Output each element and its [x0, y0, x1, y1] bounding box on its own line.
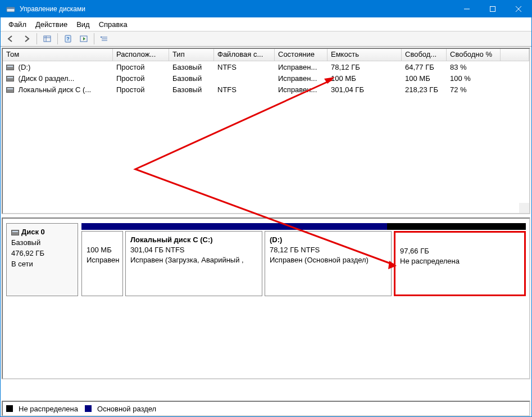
disk-name: Диск 0: [21, 228, 45, 236]
disk-bar-segment: [81, 223, 123, 230]
legend-swatch-primary: [85, 405, 92, 412]
disk-type: Базовый: [11, 238, 73, 248]
partition-size: 78,12 ГБ NTFS: [270, 245, 387, 255]
app-icon: [5, 3, 16, 15]
disk-icon: [11, 230, 19, 235]
volume-capacity: 301,04 ГБ: [328, 85, 402, 94]
legend-unallocated: Не распределена: [19, 405, 78, 413]
legend-primary: Основной раздел: [97, 405, 156, 413]
disk-bar-segment: [123, 223, 260, 230]
col-state[interactable]: Состояние: [275, 49, 328, 61]
menu-view[interactable]: Вид: [72, 19, 94, 30]
disk-map: 100 МБИсправенЛокальный диск C (C:)301,0…: [81, 223, 526, 296]
refresh-button[interactable]: [77, 33, 90, 45]
col-spacer: [501, 49, 529, 61]
disk-info[interactable]: Диск 0 Базовый 476,92 ГБ В сети: [6, 223, 78, 296]
partition[interactable]: 100 МБИсправен: [81, 231, 123, 296]
volume-capacity: 78,12 ГБ: [328, 62, 402, 72]
volume-fs: NTFS: [214, 85, 275, 94]
toolbar-separator: [57, 33, 58, 44]
col-volume[interactable]: Том: [3, 49, 113, 61]
partition-title: Локальный диск C (C:): [130, 235, 257, 245]
legend: Не распределена Основной раздел: [2, 401, 530, 416]
col-capacity[interactable]: Емкость: [328, 49, 402, 61]
partition-state: Не распределена: [400, 256, 520, 266]
volume-fs: NTFS: [214, 62, 275, 72]
volume-name: (D:): [16, 63, 30, 71]
details-view-button[interactable]: [40, 33, 54, 45]
volume-list-header: Том Располож... Тип Файловая с... Состоя…: [3, 49, 529, 61]
forward-button[interactable]: [20, 33, 33, 45]
menu-action[interactable]: Действие: [31, 19, 72, 30]
disk-map-pane[interactable]: Диск 0 Базовый 476,92 ГБ В сети 100 МБИс…: [2, 217, 530, 379]
volume-row[interactable]: (Диск 0 раздел...ПростойБазовыйИсправен.…: [3, 72, 529, 84]
svg-rect-1: [7, 7, 15, 9]
toolbar-separator: [94, 33, 94, 44]
volume-free: 64,77 ГБ: [402, 62, 447, 72]
volume-layout: Простой: [113, 74, 169, 83]
partition-size: 100 МБ: [87, 245, 118, 255]
window-title: Управление дисками: [20, 5, 454, 13]
list-options-button[interactable]: [98, 33, 111, 45]
close-button[interactable]: [506, 1, 531, 17]
maximize-button[interactable]: [480, 1, 506, 17]
svg-rect-16: [101, 37, 102, 38]
svg-rect-3: [490, 7, 495, 12]
col-free[interactable]: Свобод...: [402, 49, 447, 61]
menu-file[interactable]: Файл: [4, 19, 31, 30]
volume-name: (Диск 0 раздел...: [16, 74, 74, 83]
titlebar: Управление дисками: [1, 1, 531, 17]
svg-text:?: ?: [66, 36, 70, 42]
toolbar: ?: [1, 31, 531, 47]
disk-bar-segment: [387, 223, 526, 230]
partition-state: Исправен: [87, 255, 118, 265]
svg-marker-12: [83, 37, 85, 40]
volume-layout: Простой: [113, 85, 169, 94]
volume-capacity: 100 МБ: [328, 74, 402, 83]
partition-state: Исправен (Основной раздел): [270, 255, 387, 265]
legend-swatch-unallocated: [6, 405, 13, 412]
volume-free-pct: 83 %: [447, 62, 501, 72]
volume-type: Базовый: [169, 74, 214, 83]
volume-free-pct: 100 %: [447, 74, 501, 83]
toolbar-separator: [37, 33, 37, 44]
window-controls: [454, 1, 531, 17]
col-free-pct[interactable]: Свободно %: [447, 49, 501, 61]
volume-state: Исправен...: [275, 74, 328, 83]
col-fs[interactable]: Файловая с...: [214, 49, 275, 61]
volume-icon: [6, 87, 14, 93]
menubar: Файл Действие Вид Справка: [1, 17, 531, 31]
help-button[interactable]: ?: [61, 33, 75, 45]
volume-icon: [6, 65, 14, 70]
disk-status: В сети: [11, 259, 73, 270]
volume-name: Локальный диск C (...: [16, 85, 91, 94]
disk-bar-segment: [260, 223, 387, 230]
volume-free: 100 МБ: [402, 74, 447, 83]
volume-type: Базовый: [169, 62, 214, 72]
volume-layout: Простой: [113, 62, 169, 72]
volume-icon: [6, 76, 14, 81]
partition-size: 301,04 ГБ NTFS: [130, 245, 257, 255]
volume-state: Исправен...: [275, 62, 328, 72]
volume-row[interactable]: Локальный диск C (...ПростойБазовыйNTFSИ…: [3, 84, 529, 95]
partition-title: (D:): [270, 235, 387, 245]
scroll-corner: [519, 203, 529, 213]
col-type[interactable]: Тип: [169, 49, 214, 61]
partition-state: Исправен (Загрузка, Аварийный ,: [130, 255, 257, 265]
back-button[interactable]: [4, 33, 17, 45]
volume-fs: [214, 78, 275, 79]
volume-list[interactable]: Том Располож... Тип Файловая с... Состоя…: [2, 48, 530, 214]
partition[interactable]: Локальный диск C (C:)301,04 ГБ NTFSИспра…: [125, 231, 262, 296]
svg-rect-6: [44, 36, 51, 42]
disk-row: Диск 0 Базовый 476,92 ГБ В сети 100 МБИс…: [6, 223, 526, 296]
volume-free-pct: 72 %: [447, 85, 501, 94]
partition-size: 97,66 ГБ: [400, 246, 520, 256]
volume-row[interactable]: (D:)ПростойБазовыйNTFSИсправен...78,12 Г…: [3, 61, 529, 72]
minimize-button[interactable]: [454, 1, 480, 17]
volume-state: Исправен...: [275, 85, 328, 94]
partition[interactable]: 97,66 ГБНе распределена: [394, 231, 526, 296]
col-layout[interactable]: Располож...: [113, 49, 169, 61]
content-area: Том Располож... Тип Файловая с... Состоя…: [1, 47, 531, 380]
partition[interactable]: (D:)78,12 ГБ NTFSИсправен (Основной разд…: [265, 231, 392, 296]
menu-help[interactable]: Справка: [94, 19, 132, 30]
